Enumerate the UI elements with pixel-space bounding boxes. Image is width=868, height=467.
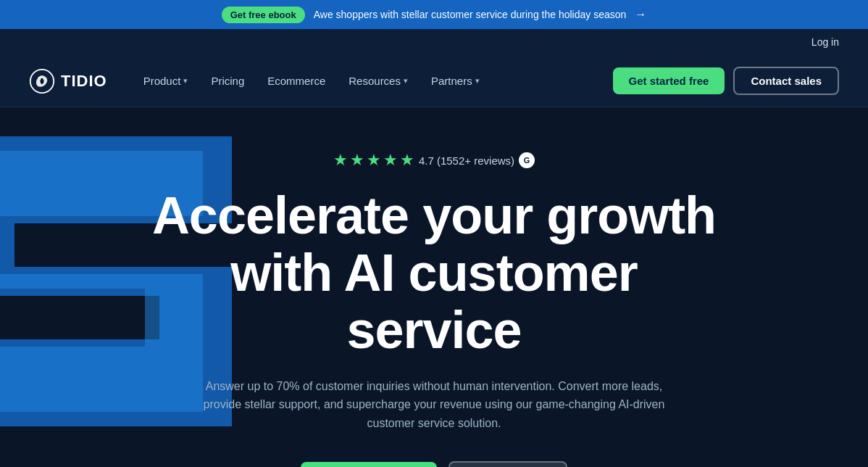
star-4: ★ — [383, 151, 398, 170]
chevron-down-icon-2: ▾ — [404, 76, 408, 86]
nav-label-pricing: Pricing — [211, 75, 244, 87]
hero-buttons: Get started free › Contact sales — [301, 461, 567, 467]
chevron-down-icon-3: ▾ — [475, 76, 480, 86]
nav-contact-sales-button[interactable]: Contact sales — [733, 67, 839, 95]
star-rating: ★ ★ ★ ★ ★ 4.7 (1552+ reviews) G — [333, 151, 535, 170]
tidio-logo-icon — [29, 68, 55, 94]
star-1: ★ — [333, 151, 348, 170]
hero-get-started-button[interactable]: Get started free › — [301, 462, 437, 467]
nav-get-started-button[interactable]: Get started free — [613, 67, 725, 94]
nav-label-partners: Partners — [431, 75, 472, 87]
navbar: TIDIO Product ▾ Pricing Ecommerce Resour… — [0, 55, 868, 107]
star-3: ★ — [367, 151, 381, 170]
utility-bar: Log in — [0, 29, 868, 55]
nav-label-resources: Resources — [349, 75, 401, 87]
rating-value: 4.7 (1552+ reviews) — [419, 154, 514, 167]
star-2: ★ — [350, 151, 364, 170]
announcement-text: Awe shoppers with stellar customer servi… — [314, 9, 627, 20]
stars: ★ ★ ★ ★ ★ — [333, 151, 414, 170]
hero-content: ★ ★ ★ ★ ★ 4.7 (1552+ reviews) G Accelera… — [137, 151, 731, 467]
nav-item-partners[interactable]: Partners ▾ — [421, 69, 490, 93]
nav-item-resources[interactable]: Resources ▾ — [338, 69, 418, 93]
nav-item-product[interactable]: Product ▾ — [133, 69, 199, 93]
nav-label-product: Product — [143, 75, 181, 87]
hero-title-line2: with AI customer service — [230, 244, 637, 359]
nav-actions: Get started free Contact sales — [613, 67, 839, 95]
capterra-icon: G — [519, 152, 535, 168]
announcement-bar[interactable]: Get free ebook Awe shoppers with stellar… — [0, 0, 868, 29]
announcement-arrow: → — [635, 8, 646, 21]
hero-subtitle: Answer up to 70% of customer inquiries w… — [195, 377, 673, 433]
logo-area[interactable]: TIDIO — [29, 68, 107, 94]
nav-label-ecommerce: Ecommerce — [267, 75, 325, 87]
hero-contact-sales-button[interactable]: Contact sales — [448, 461, 567, 467]
hero-section: ★ ★ ★ ★ ★ 4.7 (1552+ reviews) G Accelera… — [0, 107, 868, 467]
login-link[interactable]: Log in — [811, 36, 839, 48]
star-5: ★ — [400, 151, 414, 170]
nav-item-pricing[interactable]: Pricing — [201, 69, 254, 93]
logo-text: TIDIO — [61, 72, 107, 91]
nav-item-ecommerce[interactable]: Ecommerce — [257, 69, 335, 93]
hero-title: Accelerate your growth with AI customer … — [137, 187, 731, 360]
chevron-down-icon: ▾ — [183, 76, 188, 86]
ebook-badge[interactable]: Get free ebook — [222, 7, 305, 23]
nav-links: Product ▾ Pricing Ecommerce Resources ▾ … — [133, 69, 613, 93]
hero-title-line1: Accelerate your growth — [152, 186, 716, 244]
